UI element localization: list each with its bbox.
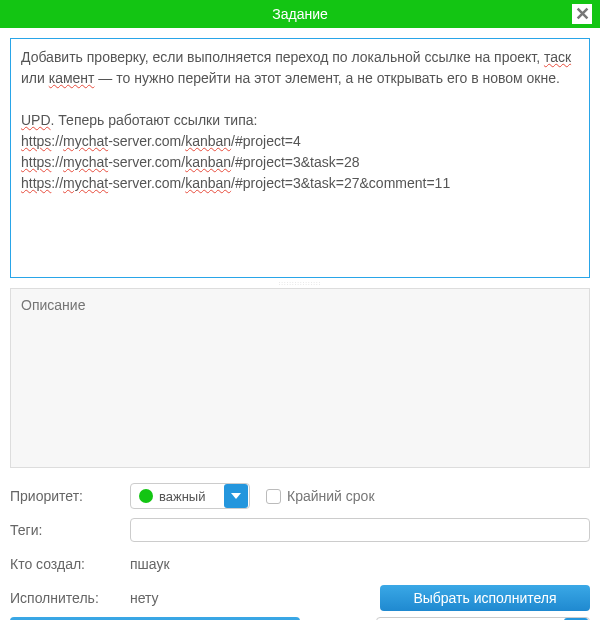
tags-row: Теги: xyxy=(10,515,590,545)
deadline-label: Крайний срок xyxy=(287,488,375,504)
assign-button[interactable]: Выбрать исполнителя xyxy=(380,585,590,611)
assignee-row: Исполнитель: нету Выбрать исполнителя xyxy=(10,583,590,613)
resize-handle[interactable]: :::::::::::::::: xyxy=(10,278,590,288)
creator-row: Кто создал: пшаук xyxy=(10,549,590,579)
tags-input[interactable] xyxy=(130,518,590,542)
dialog-title: Задание xyxy=(0,6,600,22)
deadline-checkbox[interactable]: Крайний срок xyxy=(266,488,375,504)
priority-value: важный xyxy=(159,489,223,504)
close-icon[interactable]: ✕ xyxy=(572,4,592,24)
dialog-content: Добавить проверку, если выполняется пере… xyxy=(0,28,600,620)
task-title-input[interactable]: Добавить проверку, если выполняется пере… xyxy=(10,38,590,278)
creator-label: Кто создал: xyxy=(10,556,130,572)
tags-label: Теги: xyxy=(10,522,130,538)
checkbox-icon xyxy=(266,489,281,504)
chevron-down-icon xyxy=(224,484,248,508)
priority-dot-icon xyxy=(139,489,153,503)
priority-row: Приоритет: важный Крайний срок xyxy=(10,481,590,511)
assignee-label: Исполнитель: xyxy=(10,590,130,606)
priority-select[interactable]: важный xyxy=(130,483,250,509)
description-input[interactable] xyxy=(10,288,590,468)
assignee-value: нету xyxy=(130,590,159,606)
creator-value: пшаук xyxy=(130,556,170,572)
dialog-header: Задание ✕ xyxy=(0,0,600,28)
priority-label: Приоритет: xyxy=(10,488,130,504)
